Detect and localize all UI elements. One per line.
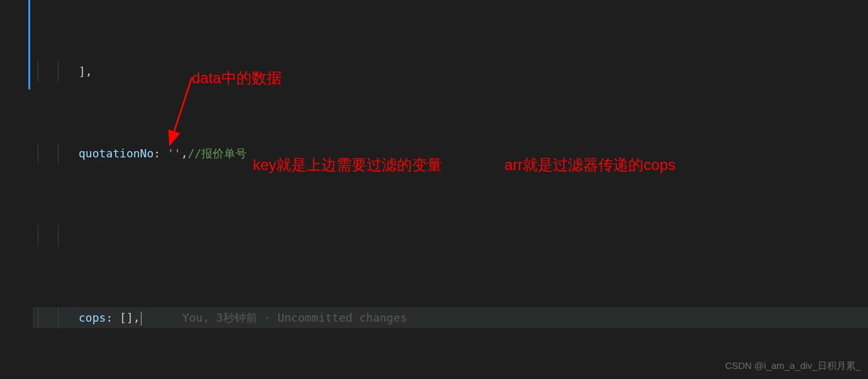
modified-indicator bbox=[28, 0, 30, 89]
svg-line-1 bbox=[170, 77, 192, 145]
annotation-text: key就是上边需要过滤的变量 bbox=[253, 151, 442, 178]
annotation-text: data中的数据 bbox=[192, 64, 282, 91]
code-editor[interactable]: ], quotationNo: '',//报价单号 cops: [], You,… bbox=[0, 0, 868, 379]
git-blame: You, 3秒钟前 · Uncommitted changes bbox=[182, 311, 407, 324]
gutter bbox=[0, 0, 33, 379]
annotation-text: arr就是过滤器传递的cops bbox=[504, 151, 676, 178]
code-line[interactable] bbox=[33, 225, 868, 246]
watermark: CSDN @i_am_a_div_日积月累_ bbox=[725, 357, 860, 374]
text-cursor bbox=[141, 312, 142, 325]
code-area[interactable]: ], quotationNo: '',//报价单号 cops: [], You,… bbox=[33, 0, 868, 379]
code-line-active[interactable]: cops: [], You, 3秒钟前 · Uncommitted change… bbox=[33, 307, 868, 328]
